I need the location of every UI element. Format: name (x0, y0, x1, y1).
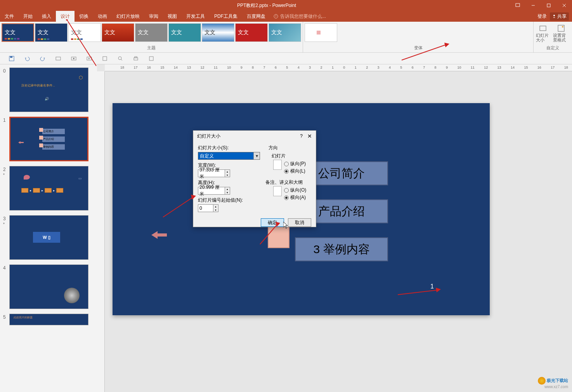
vertical-ruler (97, 71, 105, 392)
slide-thumbnail[interactable]: W ▯ (9, 215, 88, 260)
ok-button[interactable]: 确定 (261, 218, 284, 227)
qat-icon[interactable] (116, 55, 124, 62)
width-input[interactable]: 37.333 厘米 (198, 169, 225, 177)
tab-developer[interactable]: 开发工具 (182, 11, 210, 22)
slides-orient-label: 幻灯片 (272, 153, 311, 159)
minimize-icon[interactable] (525, 0, 541, 11)
theme-thumb[interactable]: 文文 (102, 23, 134, 42)
editor-area: 1817161514131211109876543210123456789101… (97, 64, 572, 392)
themes-gallery[interactable]: 文文 文文 文文 文文 文文 文文 文文 文文 文文 (2, 23, 301, 43)
radio-portrait-notes[interactable]: 纵向(O) (284, 187, 311, 193)
notes-orient-label: 备注、讲义和大纲 (265, 179, 311, 186)
svg-point-7 (553, 15, 555, 16)
theme-thumb[interactable]: 文文 (135, 23, 168, 42)
start-num-input[interactable]: 0 (198, 204, 213, 212)
ribbon-content: 文文 文文 文文 文文 文文 文文 文文 文文 文文 主题 变体 幻灯片大小 设… (0, 22, 572, 53)
tab-view[interactable]: 视图 (163, 11, 182, 22)
slide-item[interactable]: 0 历史记录中的著名事件... ⬡ 🔊 (3, 67, 94, 112)
qat-icon[interactable] (70, 55, 78, 62)
tab-file[interactable]: 文件 (0, 11, 19, 22)
slide-item[interactable]: 1 公司简介 产品介绍 举例内容 (3, 117, 94, 161)
slide-thumbnail[interactable]: 历史记录中的著名事件... ⬡ 🔊 (9, 67, 88, 112)
page-number: 1 (430, 283, 434, 290)
ribbon-options-icon[interactable] (510, 0, 525, 11)
slide-thumbnail[interactable]: 公司简介 产品介绍 举例内容 (9, 117, 88, 161)
slide-number: 3* (3, 215, 9, 260)
dialog-close-icon[interactable]: ✕ (307, 133, 312, 139)
start-num-spinner[interactable]: ▴▾ (213, 204, 218, 212)
svg-rect-8 (540, 26, 546, 31)
radio-landscape-notes[interactable]: 横向(A) (284, 194, 311, 201)
close-icon[interactable] (556, 0, 572, 11)
svg-rect-17 (103, 57, 107, 60)
tab-pdf[interactable]: PDF工具集 (210, 11, 242, 22)
group-label-custom: 自定义 (546, 45, 559, 51)
arrow-left-shape[interactable] (151, 231, 167, 239)
height-spinner[interactable]: ▴▾ (225, 187, 230, 195)
slide-number: 4 (3, 264, 9, 309)
tab-animations[interactable]: 动画 (93, 11, 112, 22)
slide-panel[interactable]: 0 历史记录中的著名事件... ⬡ 🔊 1 公司简介 产品介绍 举例内容 2* (0, 64, 97, 392)
background-format-button[interactable]: 设置背景格式 (552, 23, 570, 43)
maximize-icon[interactable] (541, 0, 556, 11)
watermark-logo-icon (538, 377, 546, 385)
svg-rect-20 (134, 58, 138, 60)
tab-insert[interactable]: 插入 (37, 11, 56, 22)
undo-icon[interactable] (23, 55, 31, 62)
tab-transitions[interactable]: 切换 (75, 11, 93, 22)
variant-thumb[interactable] (305, 23, 337, 42)
theme-thumb[interactable]: 文文 (235, 23, 268, 42)
slide-number: 2* (3, 166, 9, 211)
login-button[interactable]: 登录 (537, 13, 547, 20)
ribbon-tabs: 文件 开始 插入 设计 切换 动画 幻灯片放映 审阅 视图 开发工具 PDF工具… (0, 11, 572, 22)
tab-baidu[interactable]: 百度网盘 (242, 11, 270, 22)
redo-icon[interactable] (39, 55, 47, 62)
svg-rect-21 (135, 57, 137, 58)
slide-thumbnail[interactable] (9, 264, 88, 309)
print-icon[interactable] (132, 55, 140, 62)
share-button[interactable]: 共享 (550, 12, 569, 21)
tab-slideshow[interactable]: 幻灯片放映 (112, 11, 144, 22)
qat-icon[interactable] (54, 55, 62, 62)
slide-item[interactable]: 4 (3, 264, 94, 309)
qat-icon[interactable] (147, 55, 155, 62)
radio-landscape-slides[interactable]: 横向(L) (284, 168, 311, 174)
dropdown-arrow-icon[interactable]: ▾ (253, 152, 260, 159)
radio-portrait-slides[interactable]: 纵向(P) (284, 161, 311, 167)
theme-thumb[interactable]: 文文 (269, 23, 301, 42)
slide-item[interactable]: 5 此处照片的标题 (3, 314, 94, 325)
save-icon[interactable] (8, 55, 16, 62)
group-label-themes: 主题 (2, 45, 301, 51)
theme-thumb[interactable]: 文文 (2, 23, 34, 42)
tab-home[interactable]: 开始 (19, 11, 37, 22)
horizontal-ruler: 1817161514131211109876543210123456789101… (105, 64, 572, 71)
variants-gallery[interactable] (305, 23, 532, 43)
slide-thumbnail[interactable]: ▭ ▸ ▸ ▸ (9, 166, 88, 211)
slide-size-button[interactable]: 幻灯片大小 (535, 23, 551, 43)
tell-me-input[interactable]: 告诉我您想要做什么... (270, 11, 537, 22)
from-beginning-icon[interactable] (85, 55, 93, 62)
theme-thumb[interactable]: 文文 (168, 23, 201, 42)
cancel-button[interactable]: 取消 (288, 218, 311, 227)
qat-icon[interactable] (101, 55, 109, 62)
dialog-title-bar[interactable]: 幻灯片大小 ? ✕ (193, 131, 316, 142)
slide-size-select[interactable]: 自定义 ▾ (198, 152, 260, 160)
width-spinner[interactable]: ▴▾ (225, 169, 230, 177)
height-input[interactable]: 20.999 厘米 (198, 187, 225, 195)
slide-thumbnail[interactable]: 此处照片的标题 (9, 314, 88, 325)
svg-rect-12 (10, 56, 12, 58)
dialog-help-icon[interactable]: ? (300, 133, 303, 139)
share-label: 共享 (557, 13, 567, 20)
slide-item[interactable]: 2* ▭ ▸ ▸ ▸ (3, 166, 94, 211)
slide-item[interactable]: 3* W ▯ (3, 215, 94, 260)
tab-review[interactable]: 审阅 (144, 11, 163, 22)
thumb-title: 历史记录中的著名事件... (21, 83, 55, 88)
theme-thumb[interactable]: 文文 (202, 23, 234, 42)
theme-thumb[interactable]: 文文 (35, 23, 68, 42)
tab-design[interactable]: 设计 (56, 11, 75, 22)
size-value: 自定义 (200, 153, 214, 159)
document-icon (273, 160, 282, 170)
slide-button[interactable]: 3 举例内容 (295, 237, 388, 261)
svg-rect-2 (547, 4, 550, 7)
theme-thumb[interactable]: 文文 (68, 23, 101, 42)
